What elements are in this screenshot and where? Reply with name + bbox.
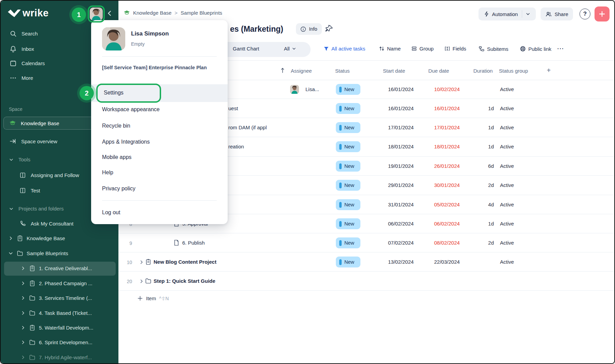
sidebar-item-inbox[interactable]: Inbox — [10, 45, 34, 53]
add-item-row[interactable]: Item ^⇧N — [137, 295, 169, 301]
graduation-cap-icon — [9, 120, 16, 127]
sidebar-group-projects[interactable]: Projects and folders — [9, 206, 64, 212]
public-link-control[interactable]: Public link — [520, 46, 552, 52]
breadcrumb-knowledge-base[interactable]: Knowledge Base — [133, 10, 172, 16]
filter-control[interactable]: All active tasks — [324, 46, 365, 52]
chevron-right-icon — [20, 310, 26, 316]
table-row[interactable]: 9 6. Publish New 07/02/2024 08/02/2024 2… — [118, 233, 615, 252]
sidebar-item-search[interactable]: Search — [10, 30, 38, 37]
menu-item-recycle-bin[interactable]: Recycle bin — [102, 123, 130, 129]
status-bar-icon — [339, 125, 342, 131]
info-button[interactable]: Info — [296, 23, 322, 35]
menu-item-privacy-policy[interactable]: Privacy policy — [102, 186, 135, 192]
sidebar-item-bp1[interactable]: 1. Creative Deliverabl... — [20, 265, 92, 272]
pin-icon[interactable] — [325, 24, 334, 33]
status-badge[interactable]: New — [336, 257, 360, 267]
fields-label: Fields — [453, 46, 466, 52]
start-date: 13/02/2024 — [388, 259, 414, 265]
breadcrumb-sample-blueprints[interactable]: Sample Blueprints — [181, 10, 222, 16]
status-badge[interactable]: New — [336, 122, 360, 133]
sidebar-item-bp4[interactable]: 4. Task Based (Ticket... — [20, 310, 92, 316]
sidebar-item-ask-consultant[interactable]: Ask My Consultant — [19, 220, 73, 227]
toolbar-more-button[interactable]: ⋯ — [557, 44, 564, 53]
add-new-button[interactable] — [595, 6, 610, 21]
task-name[interactable]: Step 1: Quick Start Guide — [154, 278, 215, 284]
col-header-assignee[interactable]: Assignee — [291, 68, 312, 74]
menu-item-apps-integrations[interactable]: Apps & Integrations — [102, 139, 150, 145]
task-name-fragment: rom DAM (if appl — [228, 125, 267, 130]
table-row[interactable]: 10 New Blog Content Project New 13/02/20… — [118, 252, 615, 272]
status-badge[interactable]: New — [336, 84, 360, 95]
sidebar-item-test[interactable]: Test — [19, 187, 40, 194]
help-button[interactable]: ? — [580, 9, 590, 19]
calendars-label: Calendars — [22, 60, 45, 66]
sidebar-item-bp6[interactable]: 6. Sprint Developmen... — [20, 339, 92, 346]
status-group: Active — [500, 125, 514, 130]
col-header-status-group[interactable]: Status group — [499, 68, 528, 74]
menu-item-mobile-apps[interactable]: Mobile apps — [102, 154, 131, 160]
status-badge[interactable]: New — [336, 237, 360, 248]
user-menu-avatar — [102, 27, 125, 50]
status-badge[interactable]: New — [336, 103, 360, 114]
menu-item-log-out[interactable]: Log out — [102, 209, 120, 216]
settings-highlight-label[interactable]: Settings — [104, 90, 124, 96]
fields-control[interactable]: Fields — [444, 46, 466, 52]
automation-label: Automation — [492, 11, 518, 17]
col-header-status[interactable]: Status — [335, 68, 350, 74]
status-badge[interactable]: New — [336, 161, 360, 172]
sort-label: Name — [387, 46, 401, 52]
task-name[interactable]: New Blog Content Project — [154, 259, 216, 265]
sidebar-item-more[interactable]: More — [10, 74, 33, 82]
sidebar-group-tools[interactable]: Tools — [9, 157, 30, 162]
sidebar-item-space-overview[interactable]: Space overview — [10, 138, 57, 145]
question-mark-icon: ? — [583, 11, 587, 17]
space-overview-label: Space overview — [21, 139, 57, 144]
expand-chevron-icon[interactable] — [139, 260, 144, 265]
status-badge[interactable]: New — [336, 180, 360, 191]
status-bar-icon — [339, 202, 342, 208]
status-badge[interactable]: New — [336, 218, 360, 229]
sidebar-item-bp7[interactable]: 7. Hybrid Agile-waterf... — [20, 354, 92, 361]
sort-ascending-icon[interactable] — [280, 67, 285, 73]
col-header-start-date[interactable]: Start date — [383, 68, 405, 74]
view-gantt-chart[interactable]: Gantt Chart — [233, 46, 259, 52]
sidebar-item-sample-blueprints[interactable]: Sample Blueprints — [8, 250, 68, 257]
bp3-label: 3. Services Timeline (... — [39, 295, 92, 301]
group-control[interactable]: Group — [411, 46, 434, 52]
status-group: Active — [500, 182, 514, 188]
share-button[interactable]: Share — [541, 8, 573, 20]
sidebar-item-knowledge-base-tree[interactable]: Knowledge Base — [8, 235, 65, 242]
status-group: Active — [500, 202, 514, 207]
due-date: 08/02/2024 — [434, 240, 460, 246]
menu-item-help[interactable]: Help — [102, 170, 113, 176]
sidebar-item-bp5[interactable]: 5. Waterfall Developm... — [20, 324, 94, 331]
automation-button[interactable]: Automation — [478, 8, 536, 20]
expand-chevron-icon[interactable] — [139, 279, 144, 284]
start-date: 16/01/2024 — [388, 105, 414, 111]
globe-icon — [520, 46, 526, 52]
chevron-down-icon — [292, 46, 296, 51]
subitems-control[interactable]: Subitems — [478, 46, 509, 52]
sidebar-item-bp2[interactable]: 2. Phased Campaign ... — [20, 280, 92, 287]
menu-item-workspace-appearance[interactable]: Workspace appearance — [102, 106, 160, 113]
annotation-step-2: 2 — [80, 86, 94, 100]
scope-selector[interactable]: All — [284, 46, 296, 52]
table-row[interactable]: 20 Step 1: Quick Start Guide — [118, 272, 615, 291]
sort-control[interactable]: Name — [379, 46, 401, 52]
ask-consultant-label: Ask My Consultant — [31, 221, 73, 227]
group-label: Group — [419, 46, 434, 52]
sidebar-collapse-icon[interactable] — [106, 10, 113, 17]
clipboard-icon — [17, 235, 23, 242]
col-header-due-date[interactable]: Due date — [428, 68, 449, 74]
status-badge[interactable]: New — [336, 199, 360, 210]
folder-icon — [29, 339, 35, 346]
col-header-duration[interactable]: Duration — [473, 68, 493, 74]
add-column-button[interactable]: + — [547, 67, 551, 74]
status-badge[interactable]: New — [336, 141, 360, 152]
due-date: 10/02/2024 — [434, 86, 460, 92]
due-date: 22/03/2024 — [434, 259, 460, 265]
sidebar-item-bp3[interactable]: 3. Services Timeline (... — [20, 295, 92, 301]
sidebar-item-calendars[interactable]: Calendars — [10, 60, 45, 67]
bp4-label: 4. Task Based (Ticket... — [39, 310, 92, 316]
chevron-down-icon[interactable] — [522, 12, 530, 16]
